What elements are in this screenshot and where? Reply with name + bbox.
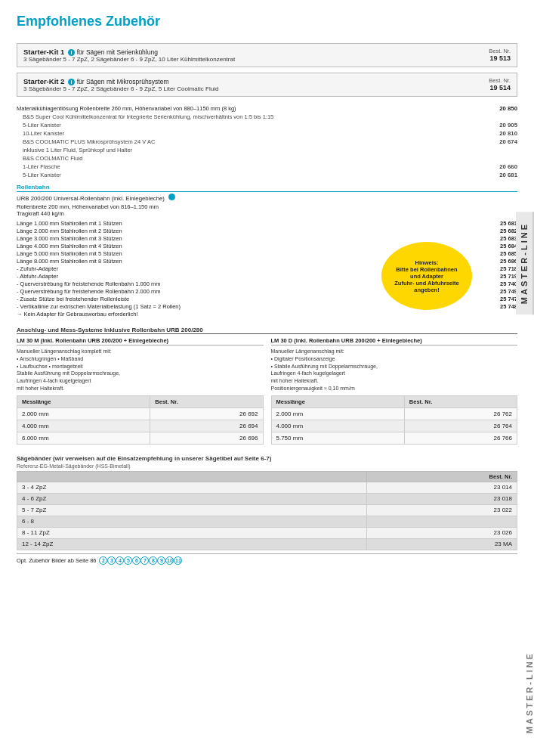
starter-kit-1-box: Starter-Kit 1 i für Sägen mit Serienkühl… bbox=[17, 43, 517, 67]
anschluss-col1: LM 30 M (Inkl. Rollenbahn URB 200/200 + … bbox=[17, 337, 264, 445]
rollenbahn-item: Länge 3.000 mm Stahlrollen mit 3 Stützen… bbox=[17, 234, 517, 242]
anschluss-col2: LM 30 D (Inkl. Rollenbahn URB 200/200 + … bbox=[271, 337, 518, 445]
circle-num: 9 bbox=[157, 556, 165, 565]
product-sub-item: 5-Liter Kanister20 681 bbox=[17, 171, 517, 179]
table-row: 4 - 6 ZpZ23 018 bbox=[17, 493, 517, 504]
rollenbahn-desc: URB 200/200 Universal-Rollenbahn (inkl. … bbox=[17, 194, 517, 202]
table-row: 5 - 7 ZpZ23 022 bbox=[17, 504, 517, 516]
product-sub-items: B&S Super Cool Kühlmittelkonzentrat für … bbox=[17, 113, 517, 179]
col-header-messlange-1: Messlänge bbox=[17, 395, 150, 407]
messlange-cell: 4.000 mm bbox=[17, 420, 150, 432]
messlange-cell: 5.750 mm bbox=[271, 432, 404, 444]
rollenbahn-item: Länge 2.000 mm Stahlrollen mit 2 Stützen… bbox=[17, 227, 517, 234]
col-header-bestnr-2: Best. Nr. bbox=[404, 395, 517, 407]
saege-col-range bbox=[17, 471, 367, 482]
table-row: 6 - 8 bbox=[17, 516, 517, 527]
rollenbahn-grid: Länge 1.000 mm Stahlrollen mit 1 Stützen… bbox=[17, 219, 517, 318]
col-header-messlange-2: Messlänge bbox=[271, 395, 404, 407]
table-row: 4.000 mm26 694 bbox=[17, 420, 264, 432]
bestnr-cell: 26 696 bbox=[150, 432, 263, 444]
saege-range-cell: 5 - 7 ZpZ bbox=[17, 504, 367, 516]
product-sub-item: 10-Liter Kanister20 810 bbox=[17, 129, 517, 138]
bestnr-cell: 26 764 bbox=[404, 420, 517, 432]
saege-nr-cell: 23 022 bbox=[367, 504, 517, 516]
saege-range-cell: 12 - 14 ZpZ bbox=[17, 538, 367, 550]
info-dot-roll bbox=[168, 194, 175, 200]
starter-kit-2-left: Starter-Kit 2 i für Sägen mit Mikrosprüh… bbox=[23, 77, 218, 92]
rollenbahn-desc3: Tragkraft 440 kg/m bbox=[17, 210, 517, 217]
table-row: 5.750 mm26 766 bbox=[271, 432, 517, 444]
anschluss-col2-title: LM 30 D (Inkl. Rollenbahn URB 200/200 + … bbox=[271, 337, 518, 345]
anschluss-title: Anschlug- und Mess-Systeme Inklusive Rol… bbox=[17, 327, 517, 334]
saege-nr-cell: 23 MA bbox=[367, 538, 517, 550]
table-row: 6.000 mm26 696 bbox=[17, 432, 264, 444]
product-sub-item: B&S COOLMATIC PLUS Mikrosprühsystem 24 V… bbox=[17, 138, 517, 146]
hinweis-bubble: Hinweis: Bitte bei Rollenbahnen und Adap… bbox=[381, 242, 472, 310]
table-row: 2.000 mm26 762 bbox=[271, 407, 517, 420]
sagebaender-title: Sägebänder (wir verweisen auf die Einsat… bbox=[17, 455, 517, 462]
circle-num: 11 bbox=[174, 556, 182, 565]
page-title: Empfohlenes Zubehör bbox=[17, 14, 517, 29]
saege-range-cell: 4 - 6 ZpZ bbox=[17, 493, 367, 504]
product-section-material: Materialkühlagentlösung Rollenbreite 260… bbox=[17, 104, 517, 179]
anschluss-col1-title: LM 30 M (Inkl. Rollenbahn URB 200/200 + … bbox=[17, 337, 264, 345]
table-row: 4.000 mm26 764 bbox=[271, 420, 517, 432]
info-dot-1: i bbox=[68, 49, 75, 56]
circle-num: 10 bbox=[165, 556, 174, 565]
saege-nr-cell: 23 014 bbox=[367, 482, 517, 493]
starter-kit-1-left: Starter-Kit 1 i für Sägen mit Serienkühl… bbox=[23, 48, 235, 63]
page: Empfohlenes Zubehör Starter-Kit 1 i für … bbox=[0, 0, 534, 756]
circle-num: 2 bbox=[99, 556, 107, 565]
bestnr-cell: 26 694 bbox=[150, 420, 263, 432]
circle-num: 8 bbox=[149, 556, 157, 565]
saege-nr-cell: 23 018 bbox=[367, 493, 517, 504]
starter-kit-1-title: Starter-Kit 1 i für Sägen mit Serienkühl… bbox=[23, 48, 235, 56]
messlange-cell: 2.000 mm bbox=[271, 407, 404, 420]
sidebar-brand: MASTER-LINE bbox=[516, 212, 534, 314]
saege-col-nr: Best. Nr. bbox=[367, 471, 517, 482]
sagebaender-table: Best. Nr. 3 - 4 ZpZ23 0144 - 6 ZpZ23 018… bbox=[17, 471, 517, 550]
saege-nr-cell bbox=[367, 516, 517, 527]
opt-zubehör-row: Opt. Zubehör Bilder ab Seite 86 23456789… bbox=[17, 553, 517, 565]
product-sub-item: B&S Super Cool Kühlmittelkonzentrat für … bbox=[17, 113, 517, 121]
sagebaender-subtitle: Referenz-EG-Metall-Sägebänder (HSS-Bimet… bbox=[17, 463, 517, 469]
sagebaender-section: Sägebänder (wir verweisen auf die Einsat… bbox=[17, 455, 517, 565]
circle-num: 7 bbox=[140, 556, 149, 565]
circle-num: 5 bbox=[124, 556, 132, 565]
bestnr-cell: 26 762 bbox=[404, 407, 517, 420]
bestnr-cell: 26 692 bbox=[150, 407, 263, 420]
anschluss-section: Anschlug- und Mess-Systeme Inklusive Rol… bbox=[17, 327, 517, 445]
bestnr-cell: 26 766 bbox=[404, 432, 517, 444]
saege-range-cell: 6 - 8 bbox=[17, 516, 367, 527]
rollenbahn-desc2: Rollenbreite 200 mm, Höhenvariabel von 8… bbox=[17, 203, 517, 210]
product-sub-item: B&S COOLMATIC Fluid bbox=[17, 154, 517, 163]
starter-kit-2-right: Best. Nr. 19 514 bbox=[489, 77, 511, 91]
starter-kit-1-desc: 3 Sägebänder 5 - 7 ZpZ, 2 Sägebänder 6 -… bbox=[23, 56, 235, 63]
messlange-cell: 2.000 mm bbox=[17, 407, 150, 420]
saege-range-cell: 3 - 4 ZpZ bbox=[17, 482, 367, 493]
anschluss-table-2: Messlänge Best. Nr. 2.000 mm26 7624.000 … bbox=[271, 395, 518, 445]
saege-range-cell: 8 - 11 ZpZ bbox=[17, 527, 367, 538]
table-row: 3 - 4 ZpZ23 014 bbox=[17, 482, 517, 493]
col-header-bestnr-1: Best. Nr. bbox=[150, 395, 263, 407]
starter-kit-1-right: Best. Nr. 19 513 bbox=[489, 48, 511, 62]
saege-nr-cell: 23 026 bbox=[367, 527, 517, 538]
rollenbahn-section: Rollenbahn URB 200/200 Universal-Rollenb… bbox=[17, 184, 517, 318]
product-sub-item: 1-Liter Flasche20 660 bbox=[17, 163, 517, 171]
starter-kit-2-desc: 3 Sägebänder 5 - 7 ZpZ, 2 Sägebänder 6 -… bbox=[23, 85, 218, 92]
circle-num: 3 bbox=[107, 556, 116, 565]
opt-circles: 234567891011 bbox=[99, 556, 182, 565]
anschluss-grid: LM 30 M (Inkl. Rollenbahn URB 200/200 + … bbox=[17, 337, 517, 445]
anschluss-table-1: Messlänge Best. Nr. 2.000 mm26 6924.000 … bbox=[17, 395, 264, 445]
circle-num: 4 bbox=[116, 556, 124, 565]
starter-kit-2-box: Starter-Kit 2 i für Sägen mit Mikrosprüh… bbox=[17, 73, 517, 97]
product-mat-feed: Materialkühlagentlösung Rollenbreite 260… bbox=[17, 104, 517, 113]
product-sub-item: 5-Liter Kanister20 905 bbox=[17, 121, 517, 129]
messlange-cell: 6.000 mm bbox=[17, 432, 150, 444]
sidebar-brand-bottom: MASTER-LINE bbox=[525, 652, 534, 733]
table-row: 12 - 14 ZpZ23 MA bbox=[17, 538, 517, 550]
rollenbahn-item: Länge 1.000 mm Stahlrollen mit 1 Stützen… bbox=[17, 219, 517, 227]
info-dot-2: i bbox=[68, 79, 75, 85]
starter-kit-2-title: Starter-Kit 2 i für Sägen mit Mikrosprüh… bbox=[23, 77, 218, 85]
rollenbahn-item: → Kein Adapter für Gebrausworbau erforde… bbox=[17, 310, 517, 318]
